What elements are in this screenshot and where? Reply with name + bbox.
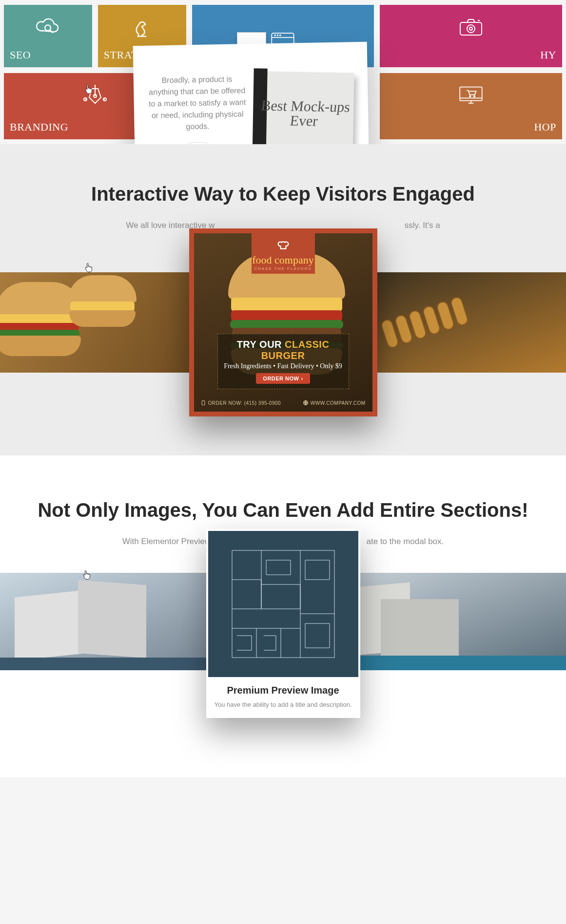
food-banner: food company CHASE THE FLAVORS xyxy=(252,233,315,274)
svg-point-11 xyxy=(469,95,471,97)
section-title: Interactive Way to Keep Visitors Engaged xyxy=(0,183,566,205)
preview-card[interactable]: Premium Preview Image You have the abili… xyxy=(206,529,360,718)
footer-website: WWW.COMPANY.COM xyxy=(303,400,366,406)
svg-point-4 xyxy=(280,35,281,36)
seo-cloud-search-icon xyxy=(34,14,61,43)
interactive-section: Interactive Way to Keep Visitors Engaged… xyxy=(0,144,566,397)
chevron-right-icon: › xyxy=(301,376,303,381)
svg-point-3 xyxy=(277,35,278,36)
section-title: Not Only Images, You Can Even Add Entire… xyxy=(0,499,566,521)
svg-rect-13 xyxy=(202,401,205,405)
tile-label: HOP xyxy=(386,121,556,133)
food-cta-subline: Fresh Ingredients • Fast Delivery • Only… xyxy=(223,362,344,370)
popup-art-text: Best Mock-ups Ever xyxy=(254,98,355,129)
popup-artwork: Best Mock-ups Ever xyxy=(255,71,354,155)
tile-label: HY xyxy=(386,49,556,61)
svg-point-0 xyxy=(45,25,51,31)
svg-rect-10 xyxy=(460,87,482,101)
svg-rect-5 xyxy=(460,22,482,35)
chef-hat-icon xyxy=(277,244,290,252)
pen-nib-icon xyxy=(81,82,109,111)
food-promo-card[interactable]: food company CHASE THE FLAVORS TRY OUR C… xyxy=(189,228,377,416)
popup-description: Broadly, a product is anything that can … xyxy=(148,73,247,133)
svg-rect-15 xyxy=(232,550,334,658)
tile-photography[interactable]: HY xyxy=(380,5,562,67)
ecommerce-monitor-icon xyxy=(457,82,485,111)
tiles-section: SEO STRATEGY HY BRANDING xyxy=(0,0,566,144)
food-banner-name: food company xyxy=(252,254,315,266)
tile-seo[interactable]: SEO xyxy=(4,5,92,67)
preview-card-desc: You have the ability to add a title and … xyxy=(206,700,360,710)
svg-point-6 xyxy=(467,25,475,33)
knight-chess-icon xyxy=(128,14,156,43)
tile-shop[interactable]: HOP xyxy=(380,73,562,139)
svg-point-12 xyxy=(474,95,475,97)
blueprint-image xyxy=(208,531,358,677)
cursor-hand-icon xyxy=(84,263,93,273)
food-cta-box: TRY OUR CLASSIC BURGER Fresh Ingredients… xyxy=(217,334,349,389)
food-banner-sub: CHASE THE FLAVORS xyxy=(252,266,315,271)
order-now-button[interactable]: ORDER NOW› xyxy=(256,373,310,384)
preview-card-title: Premium Preview Image xyxy=(206,685,360,696)
food-strip: food company CHASE THE FLAVORS TRY OUR C… xyxy=(0,272,566,373)
house-strip: Premium Preview Image You have the abili… xyxy=(0,573,566,670)
svg-point-2 xyxy=(275,35,276,36)
camera-icon xyxy=(457,14,485,43)
sections-preview-section: Not Only Images, You Can Even Add Entire… xyxy=(0,455,566,777)
footer-phone: ORDER NOW: (415) 395-0900 xyxy=(201,400,281,406)
svg-point-7 xyxy=(469,27,472,30)
tile-label: SEO xyxy=(10,49,86,61)
food-footer: ORDER NOW: (415) 395-0900 WWW.COMPANY.CO… xyxy=(194,396,372,410)
food-cta-headline: TRY OUR CLASSIC BURGER xyxy=(223,339,344,361)
